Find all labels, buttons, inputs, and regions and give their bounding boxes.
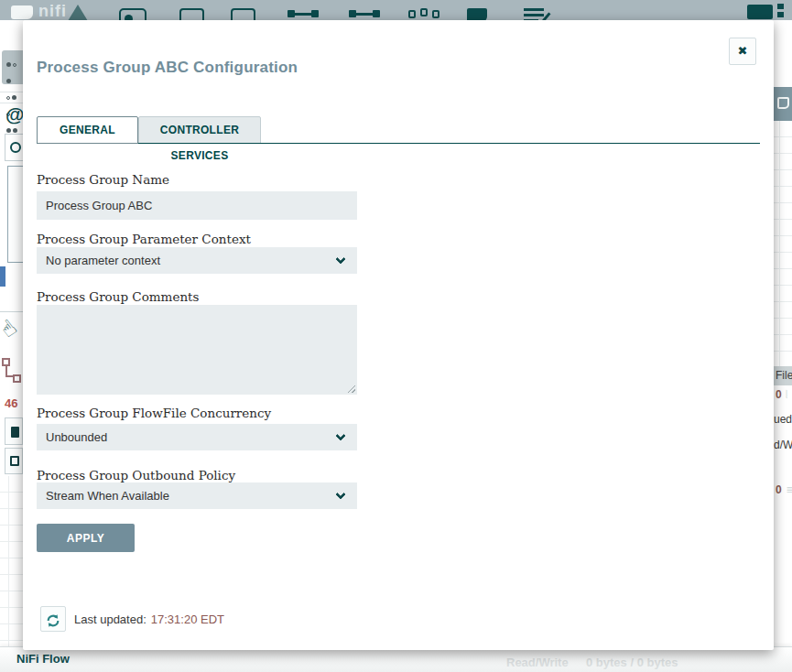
queued-label-fragment: ued	[774, 413, 792, 426]
outbound-policy-select[interactable]: Stream When Available	[37, 482, 357, 509]
processor-icon[interactable]	[119, 8, 146, 20]
readwrite-count-fragment: 0≡	[776, 483, 792, 496]
processor-at-glyph: @	[5, 103, 24, 125]
tab-general[interactable]: GENERAL	[37, 116, 138, 144]
chevron-down-icon	[335, 430, 345, 440]
last-updated-label: Last updated:	[74, 612, 146, 626]
nifi-app: nifi @ ☝ 46 File 0⦚ ued d/W 0≡ NiFi Flo	[0, 0, 792, 672]
parameter-context-select[interactable]: No parameter context	[37, 247, 357, 274]
operate-clock-button	[5, 134, 24, 161]
tab-underline	[37, 143, 760, 144]
stopped-count-badge: 46	[5, 396, 17, 410]
flowfile-concurrency-value: Unbounded	[46, 430, 107, 444]
output-port-icon[interactable]	[231, 8, 255, 20]
flowfile-header-fragment: File	[774, 366, 792, 385]
readwrite-zero: 0	[776, 483, 782, 496]
canvas-component-outline	[7, 166, 24, 263]
nifi-logo-triangle-icon	[68, 5, 88, 20]
wisp-icon: ⦚	[786, 388, 788, 401]
parameter-context-value: No parameter context	[46, 254, 160, 267]
outbound-policy-label: Process Group Outbound Policy	[37, 468, 235, 482]
comments-label: Process Group Comments	[37, 289, 199, 304]
outbound-policy-value: Stream When Available	[46, 489, 169, 503]
process-group-comments-textarea[interactable]	[37, 305, 357, 395]
wisp-icon: ≡	[787, 483, 792, 496]
refresh-icon	[46, 613, 60, 628]
header-dark-panel	[747, 5, 773, 19]
nifi-logo-text: nifi	[38, 2, 67, 20]
last-updated-value: 17:31:20 EDT	[151, 612, 224, 626]
last-updated-text: Last updated:17:31:20 EDT	[74, 612, 224, 626]
flowfile-concurrency-select[interactable]: Unbounded	[37, 424, 357, 450]
funnel-icon[interactable]	[408, 8, 441, 19]
palette-divider	[0, 311, 23, 312]
canvas-grid-right	[774, 121, 792, 366]
selection-marker	[0, 266, 5, 287]
name-label: Process Group Name	[37, 172, 169, 187]
flowfile-concurrency-label: Process Group FlowFile Concurrency	[37, 406, 271, 420]
close-icon[interactable]: ✖	[729, 38, 756, 65]
process-group-configuration-dialog: ✖ Process Group ABC Configuration GENERA…	[23, 20, 774, 650]
template-icon[interactable]	[524, 8, 548, 20]
operate-button-1	[5, 417, 23, 445]
operate-button-2	[5, 448, 23, 474]
tab-controller-services[interactable]: CONTROLLER SERVICES	[138, 116, 261, 144]
input-port-icon[interactable]	[179, 8, 204, 20]
process-group-fragment-icon	[1, 358, 23, 395]
chevron-down-icon	[335, 254, 345, 264]
queued-count-fragment: 0⦚	[776, 388, 787, 401]
label-icon[interactable]	[467, 8, 487, 20]
chevron-down-icon	[335, 489, 345, 499]
hand-pointer-icon: ☝	[0, 314, 22, 342]
canvas-row-line	[0, 92, 23, 92]
dialog-title: Process Group ABC Configuration	[37, 59, 298, 77]
process-group-icon[interactable]	[288, 8, 319, 20]
app-header-bar: nifi	[0, 0, 792, 20]
header-ellipsis-icon	[777, 4, 784, 20]
process-group-name-input[interactable]	[37, 191, 357, 220]
remote-process-group-icon[interactable]	[349, 8, 380, 20]
breadcrumb-nifi-flow[interactable]: NiFi Flow	[16, 652, 70, 666]
faded-readwrite-value: 0 bytes / 0 bytes	[586, 656, 678, 669]
nifi-logo-icon	[11, 5, 33, 19]
faded-readwrite-label: Read/Write	[506, 656, 569, 669]
readwrite-label-fragment: d/W	[774, 439, 792, 451]
canvas-grid-left	[0, 476, 23, 646]
apply-button[interactable]: APPLY	[37, 524, 135, 552]
queued-zero: 0	[776, 388, 782, 401]
status-band	[774, 87, 792, 121]
parameter-context-label: Process Group Parameter Context	[37, 232, 251, 246]
sticky-note-icon	[777, 97, 789, 109]
refresh-button[interactable]	[40, 606, 66, 632]
